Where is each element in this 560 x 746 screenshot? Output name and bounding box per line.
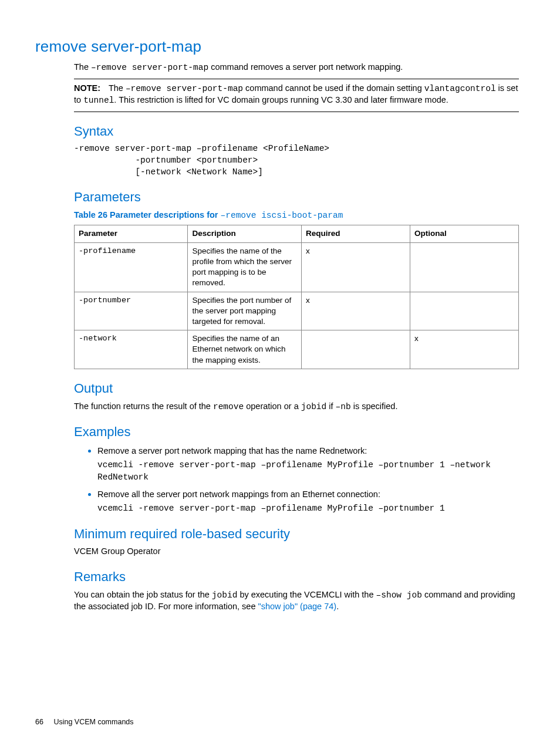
th-optional: Optional xyxy=(410,225,518,242)
example-code: vcemcli -remove server-port-map –profile… xyxy=(97,502,519,514)
table-row: -network Specifies the name of an Ethern… xyxy=(75,330,519,369)
param-name: -network xyxy=(75,330,188,369)
caption-pre: Table 26 Parameter descriptions for xyxy=(74,210,221,220)
example-code: vcemcli -remove server-port-map –profile… xyxy=(97,459,519,483)
remarks-p1: You can obtain the job status for the xyxy=(74,590,212,599)
th-required: Required xyxy=(301,225,410,242)
remarks-heading: Remarks xyxy=(74,568,519,586)
output-post: is specified. xyxy=(351,401,398,411)
remarks-showjob: –show job xyxy=(376,590,422,600)
output-remove: remove xyxy=(213,402,244,411)
param-req: x xyxy=(301,292,410,330)
output-jobid: jobid xyxy=(301,402,327,411)
example-text: Remove a server port network mapping tha… xyxy=(97,445,519,457)
param-desc: Specifies the name of the profile from w… xyxy=(188,242,301,292)
th-description: Description xyxy=(188,225,301,242)
parameters-heading: Parameters xyxy=(74,188,519,206)
note-text-1a: The xyxy=(109,83,126,93)
note-label: NOTE: xyxy=(74,83,100,93)
intro-post: command removes a server port network ma… xyxy=(208,62,403,72)
parameters-table: Parameter Description Required Optional … xyxy=(74,225,519,369)
minrole-text: VCEM Group Operator xyxy=(74,546,519,558)
output-nb: –nb xyxy=(336,402,351,411)
output-mid2: if xyxy=(326,401,335,411)
th-parameter: Parameter xyxy=(75,225,188,242)
show-job-link[interactable]: "show job" (page 74) xyxy=(258,602,337,611)
param-desc: Specifies the name of an Ethernet networ… xyxy=(188,330,301,369)
remarks-p4: . xyxy=(336,602,339,611)
note-box: NOTE: The –remove server-port-map comman… xyxy=(74,79,519,112)
minrole-heading: Minimum required role-based security xyxy=(74,525,519,543)
intro-pre: The xyxy=(74,62,91,72)
param-opt xyxy=(410,242,518,292)
note-cmd: –remove server-port-map xyxy=(126,84,243,93)
param-desc: Specifies the port number of the server … xyxy=(188,292,301,330)
param-name: -portnumber xyxy=(75,292,188,330)
list-item: Remove a server port network mapping tha… xyxy=(97,444,519,483)
param-opt: x xyxy=(410,330,518,369)
remarks-p2: by executing the VCEMCLI with the xyxy=(237,590,376,599)
table-header-row: Parameter Description Required Optional xyxy=(75,225,519,242)
examples-heading: Examples xyxy=(74,423,519,441)
note-vlantagcontrol: vlantagcontrol xyxy=(424,84,496,93)
param-req xyxy=(301,330,410,369)
output-heading: Output xyxy=(74,380,519,397)
param-req: x xyxy=(301,242,410,292)
examples-list: Remove a server port network mapping tha… xyxy=(74,444,519,515)
param-opt xyxy=(410,292,518,330)
caption-code: –remove iscsi-boot-param xyxy=(221,211,343,220)
intro-command: –remove server-port-map xyxy=(91,63,208,72)
note-text-2d: . This restriction is lifted for VC doma… xyxy=(114,95,448,104)
remarks-paragraph: You can obtain the job status for the jo… xyxy=(74,589,519,613)
remarks-jobid: jobid xyxy=(212,590,238,600)
intro-paragraph: The –remove server-port-map command remo… xyxy=(74,62,519,74)
example-text: Remove all the server port network mappi… xyxy=(97,489,519,501)
table-row: -profilename Specifies the name of the p… xyxy=(75,242,519,292)
syntax-code: -remove server-port-map –profilename <Pr… xyxy=(74,143,519,178)
table-row: -portnumber Specifies the port number of… xyxy=(75,292,519,330)
output-pre: The function returns the result of the xyxy=(74,401,213,411)
output-paragraph: The function returns the result of the r… xyxy=(74,401,519,413)
list-item: Remove all the server port network mappi… xyxy=(97,488,519,515)
note-text-1b: command cannot be used if the domain set… xyxy=(243,83,424,93)
page-title: remove server-port-map xyxy=(35,36,519,57)
param-name: -profilename xyxy=(75,242,188,292)
syntax-heading: Syntax xyxy=(74,123,519,140)
note-tunnel: tunnel xyxy=(83,96,114,105)
table-caption: Table 26 Parameter descriptions for –rem… xyxy=(74,210,519,222)
output-mid: operation or a xyxy=(244,401,301,411)
